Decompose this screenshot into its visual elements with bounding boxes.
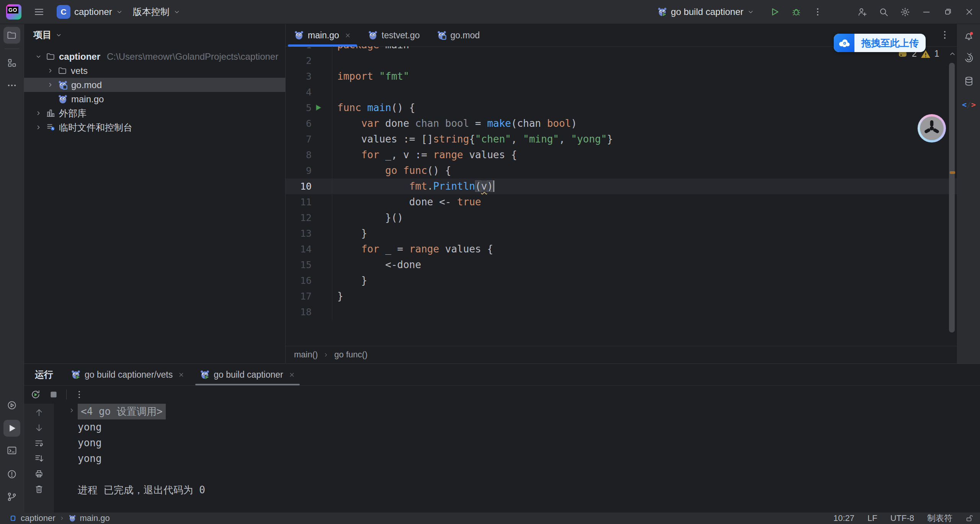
breadcrumb-item[interactable]: go func(): [334, 350, 368, 360]
database-button[interactable]: [960, 73, 977, 90]
netdisk-upload-button[interactable]: 拖拽至此上传: [834, 34, 926, 52]
caret-position[interactable]: 10:27: [833, 513, 854, 523]
scratch-icon: [46, 123, 56, 132]
code-line-11: 11 done <- true: [286, 194, 957, 210]
console-output[interactable]: <4 go 设置调用>yongyongyong进程 已完成，退出代码为 0: [54, 404, 980, 513]
chevron-right-icon[interactable]: [46, 67, 54, 74]
main-menu-button[interactable]: [31, 0, 47, 24]
more-tool-windows-button[interactable]: [3, 77, 20, 94]
line-number: 13: [286, 226, 312, 241]
gopher-run-icon: [200, 370, 210, 380]
prev-problem-button[interactable]: [949, 50, 956, 58]
status-breadcrumb[interactable]: captioner main.go: [0, 513, 110, 523]
run-gutter-icon[interactable]: [313, 103, 323, 113]
git-branch-icon: [7, 491, 17, 502]
notifications-button[interactable]: [960, 28, 977, 44]
more-actions-button[interactable]: [807, 0, 828, 24]
gopher-run-icon: [71, 370, 81, 380]
restore-button[interactable]: [937, 0, 959, 24]
code-line-14: 14 for _ = range values {: [286, 241, 957, 257]
code-with-me-button[interactable]: [851, 0, 873, 24]
tab-options-button[interactable]: [939, 29, 950, 40]
tree-item-captioner[interactable]: captionerC:\Users\meowr\GolandProjects\c…: [24, 49, 295, 64]
run-button[interactable]: [764, 0, 786, 24]
search-icon: [879, 7, 889, 17]
folder-icon: [58, 66, 67, 75]
clear-console-button[interactable]: [34, 484, 44, 494]
editor-tab-go.mod[interactable]: go.mod: [428, 24, 488, 46]
run-tab-label: go build captioner: [214, 370, 283, 380]
code-plugin-button[interactable]: </>: [960, 96, 977, 113]
chevron-down-icon: [56, 32, 62, 38]
prev-occurrence-button[interactable]: [34, 408, 44, 418]
indent-style[interactable]: 制表符: [927, 513, 952, 524]
structure-tool-button[interactable]: [3, 54, 20, 71]
terminal-tool-button[interactable]: [3, 442, 20, 459]
run-tab-label: go build captioner/vets: [85, 370, 173, 380]
fold-expand-icon[interactable]: [69, 407, 75, 414]
next-occurrence-button[interactable]: [34, 423, 44, 433]
services-tool-button[interactable]: [3, 397, 20, 414]
console-line: <4 go 设置调用>: [54, 404, 980, 419]
project-widget[interactable]: C captioner: [57, 5, 123, 19]
line-separator[interactable]: LF: [867, 513, 877, 523]
soft-wrap-button[interactable]: [34, 438, 44, 448]
scroll-to-end-button[interactable]: [34, 454, 44, 463]
chevron-right-icon[interactable]: [34, 124, 42, 131]
chevron-right-icon[interactable]: [46, 82, 54, 88]
code-editor[interactable]: 1package main23import "fmt"45func main()…: [286, 46, 957, 346]
close-tab-icon[interactable]: [345, 32, 351, 39]
search-everywhere-button[interactable]: [873, 0, 894, 24]
run-tab-go build captioner/vets[interactable]: go build captioner/vets: [63, 364, 192, 385]
chevron-down-icon[interactable]: [34, 53, 42, 60]
next-problem-button[interactable]: [965, 50, 973, 58]
tree-item-go.mod[interactable]: go.mod: [24, 78, 307, 92]
line-number: 1: [286, 46, 312, 53]
console-folded-text[interactable]: <4 go 设置调用>: [78, 404, 166, 419]
print-icon[interactable]: [34, 469, 44, 479]
line-number: 15: [286, 257, 312, 273]
editor-tab-main.go[interactable]: main.go: [286, 24, 359, 46]
tree-item-临时文件和控制台[interactable]: 临时文件和控制台: [24, 120, 295, 134]
close-tab-icon[interactable]: [289, 372, 295, 378]
settings-button[interactable]: [894, 0, 916, 24]
tree-item-main.go[interactable]: main.go: [24, 92, 307, 106]
project-panel-header[interactable]: 项目: [33, 29, 62, 41]
close-button[interactable]: [959, 0, 980, 24]
tree-item-外部库[interactable]: 外部库: [24, 106, 295, 120]
file-encoding[interactable]: UTF-8: [890, 513, 914, 523]
rerun-button[interactable]: [30, 389, 41, 400]
gutter-separator: [332, 210, 332, 226]
line-number: 7: [286, 131, 312, 147]
toolbar-divider: [66, 390, 67, 400]
version-control-tool-button[interactable]: [3, 488, 20, 505]
chevron-right-icon[interactable]: [34, 110, 42, 116]
breadcrumb-item[interactable]: main(): [294, 350, 318, 360]
assistant-floating-widget[interactable]: [918, 114, 946, 142]
tree-item-vets[interactable]: vets: [24, 64, 307, 78]
editor-scrollbar[interactable]: [949, 63, 955, 332]
gopher-icon: [294, 30, 304, 40]
line-number: 4: [286, 84, 312, 100]
editor-tab-testvet.go[interactable]: testvet.go: [359, 24, 428, 46]
gutter-separator: [332, 194, 332, 210]
run-tool-button[interactable]: [3, 420, 20, 437]
run-tab-go build captioner[interactable]: go build captioner: [192, 364, 303, 385]
warning-count: 1: [934, 49, 939, 59]
scrollbar-warning-mark[interactable]: [950, 171, 955, 174]
stop-button[interactable]: [49, 390, 59, 400]
run-configuration-selector[interactable]: go build captioner: [657, 7, 754, 17]
code-line-10: 10 fmt.Println(v): [286, 178, 957, 194]
project-tool-button[interactable]: [3, 27, 20, 44]
close-tab-icon[interactable]: [178, 372, 185, 378]
console-text: yong: [78, 453, 102, 464]
vcs-widget[interactable]: 版本控制: [133, 6, 180, 18]
line-number: 17: [286, 288, 312, 304]
unlocked-icon[interactable]: [965, 514, 974, 522]
console-more-button[interactable]: [74, 390, 84, 400]
problems-tool-button[interactable]: [3, 466, 20, 483]
debug-button[interactable]: [786, 0, 807, 24]
minimize-button[interactable]: [916, 0, 937, 24]
line-number: 10: [286, 178, 312, 194]
run-panel-title: 运行: [24, 368, 63, 381]
